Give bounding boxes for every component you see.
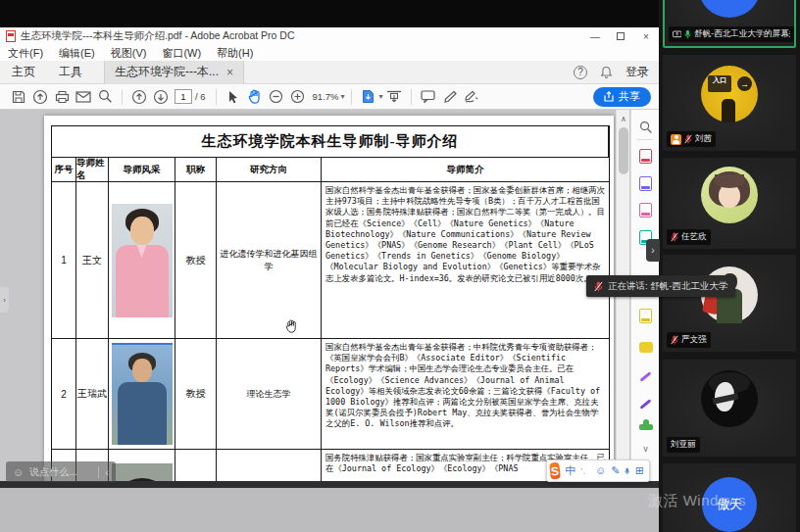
sogou-logo-icon[interactable]: S xyxy=(549,462,561,480)
meeting-chat-bar[interactable]: ☺ 说点什么... ‹ xyxy=(6,461,116,482)
share-button[interactable]: 共享 xyxy=(593,87,651,107)
comment-panel-icon[interactable] xyxy=(631,337,659,357)
zoom-in-button[interactable] xyxy=(287,87,309,107)
zoom-level-value[interactable]: 91.7% xyxy=(313,91,339,102)
ime-toolbar[interactable]: S 中 ’、 ☺ ✎ ⊞ xyxy=(546,459,650,482)
send-signature-icon[interactable] xyxy=(631,394,659,413)
menu-edit[interactable]: 编辑(E) xyxy=(59,46,95,61)
next-page-button[interactable] xyxy=(150,87,172,107)
participant-name-tag: 刘茜 xyxy=(667,131,716,147)
share-icon xyxy=(604,91,614,102)
participant-tile[interactable]: 刘亚丽 xyxy=(663,360,796,457)
fill-sign-icon[interactable] xyxy=(631,366,659,386)
edit-pdf-icon[interactable] xyxy=(631,200,659,219)
upload-cloud-button[interactable] xyxy=(29,87,51,107)
tab-tools[interactable]: 工具 xyxy=(47,61,94,84)
row2-name: 王瑞武 xyxy=(76,339,109,450)
participant-tile[interactable]: 严文强 xyxy=(663,255,796,352)
col-header-field: 研究方向 xyxy=(217,158,322,182)
rail-search-icon[interactable] xyxy=(631,118,659,137)
create-pdf-icon[interactable] xyxy=(631,173,659,193)
export-pdf-icon[interactable] xyxy=(631,146,659,166)
highlight-pen-button[interactable] xyxy=(439,87,461,107)
row1-photo-cell xyxy=(109,182,175,339)
restore-button[interactable] xyxy=(608,27,633,45)
menu-file[interactable]: 文件(F) xyxy=(8,46,43,61)
bell-icon[interactable] xyxy=(600,66,613,79)
minimize-button[interactable]: — xyxy=(582,27,608,45)
host-badge-icon xyxy=(671,134,681,145)
participant-name: 任艺欣 xyxy=(681,231,707,243)
help-icon[interactable]: ? xyxy=(574,66,587,79)
panel-collapse-handle[interactable]: › xyxy=(646,239,660,262)
menu-view[interactable]: 视图(V) xyxy=(111,46,147,61)
participant-tile[interactable]: 入口 → 刘茜 xyxy=(663,55,796,151)
chat-placeholder[interactable]: 说点什么... xyxy=(29,465,76,479)
select-tool-button[interactable] xyxy=(223,87,244,107)
acrobat-titlebar: 生态环境学院---本科生导师介绍.pdf - Adobe Acrobat Pro… xyxy=(0,27,659,45)
participant-tile[interactable]: 任艺欣 xyxy=(663,158,796,249)
print-button[interactable] xyxy=(51,87,73,107)
tab-document[interactable]: 生态环境学院---本... × xyxy=(104,61,244,84)
scrollbar-thumb[interactable] xyxy=(619,127,628,174)
share-button-label: 共享 xyxy=(619,89,640,104)
tabbar: 主页 工具 生态环境学院---本... × ? 登录 xyxy=(0,61,659,84)
arrow-right-icon: → xyxy=(737,76,752,91)
page-number-input[interactable]: 1 xyxy=(175,89,192,104)
zoom-caret-icon[interactable]: ▾ xyxy=(341,92,345,101)
search-icon[interactable] xyxy=(94,87,116,107)
toolbar-divider xyxy=(351,89,352,105)
menu-window[interactable]: 窗口(W) xyxy=(162,46,201,61)
row2-field: 理论生态学 xyxy=(217,339,322,450)
avatar-photo: 入口 → xyxy=(701,66,758,122)
hand-tool-button[interactable] xyxy=(244,87,266,107)
scroll-up-icon[interactable]: ∧ xyxy=(617,112,630,125)
nav-pane-chevron-icon: › xyxy=(3,296,6,305)
participant-name-tag: 舒帆-西北工业大学的屏幕共享 xyxy=(669,26,794,42)
ime-keyboard-icon[interactable]: ⊞ xyxy=(635,465,644,476)
desktop-bottom-band xyxy=(0,488,659,532)
page-display-button[interactable] xyxy=(358,87,379,107)
col-header-photo: 导师风采 xyxy=(109,158,175,182)
nav-pane-handle[interactable]: › xyxy=(0,287,9,313)
more-tools-chevron-icon[interactable]: ∨ xyxy=(631,439,659,459)
page-count-label: / 6 xyxy=(195,91,206,102)
participant-name-tag: 任艺欣 xyxy=(667,229,711,245)
row1-bio: 国家自然科学基金杰出青年基金获得者；国家基金委创新群体首席；相继两次主持973项… xyxy=(322,182,609,339)
scrolling-mode-icon[interactable] xyxy=(383,87,405,107)
ime-emoji-icon[interactable]: ☺ xyxy=(595,465,606,476)
tab-close-icon[interactable]: × xyxy=(226,66,233,79)
tab-home[interactable]: 主页 xyxy=(0,61,47,84)
rail-divider xyxy=(637,139,653,140)
chat-collapse-icon[interactable]: ‹ xyxy=(105,466,109,478)
zoom-out-button[interactable] xyxy=(266,87,287,107)
login-button[interactable]: 登录 xyxy=(625,64,649,80)
mic-on-icon xyxy=(684,29,691,39)
ime-pen-icon[interactable]: ✎ xyxy=(611,465,620,476)
previous-page-button[interactable] xyxy=(128,87,150,107)
email-button[interactable] xyxy=(73,87,94,107)
sign-tool-button[interactable] xyxy=(461,87,482,107)
col-header-no: 序号 xyxy=(52,158,76,182)
restore-icon xyxy=(617,32,625,40)
window-title: 生态环境学院---本科生导师介绍.pdf - Adobe Acrobat Pro… xyxy=(21,29,582,43)
close-button[interactable]: × xyxy=(633,27,659,45)
stamp-icon[interactable] xyxy=(631,417,659,437)
menu-help[interactable]: 帮助(H) xyxy=(217,46,253,61)
pdf-page[interactable]: 生态环境学院本科生导师制-导师介绍 序号 导师姓名 导师风采 职称 研究方向 导… xyxy=(44,116,614,481)
ime-mic-icon[interactable] xyxy=(625,465,629,477)
comment-tool-button[interactable] xyxy=(418,87,439,107)
emoji-icon[interactable]: ☺ xyxy=(13,466,24,478)
row2-no: 2 xyxy=(52,339,76,450)
toolbar: 1 / 6 91.7% ▾ xyxy=(0,84,659,110)
speaking-toast: 正在讲话: 舒帆-西北工业大学 xyxy=(586,275,735,297)
participant-name: 刘亚丽 xyxy=(671,439,696,451)
ime-mode-chinese[interactable]: 中 xyxy=(565,465,575,476)
organize-pages-icon[interactable] xyxy=(631,306,659,325)
shared-screen-top-bar xyxy=(0,0,659,27)
person-silhouette xyxy=(722,99,735,122)
save-button[interactable] xyxy=(8,87,29,107)
ime-punctuation-icon[interactable]: ’、 xyxy=(580,467,590,475)
participant-name-tag: 刘亚丽 xyxy=(667,437,700,453)
participant-tile-sharer[interactable]: 舒帆 舒帆-西北工业大学的屏幕共享 xyxy=(663,0,796,48)
